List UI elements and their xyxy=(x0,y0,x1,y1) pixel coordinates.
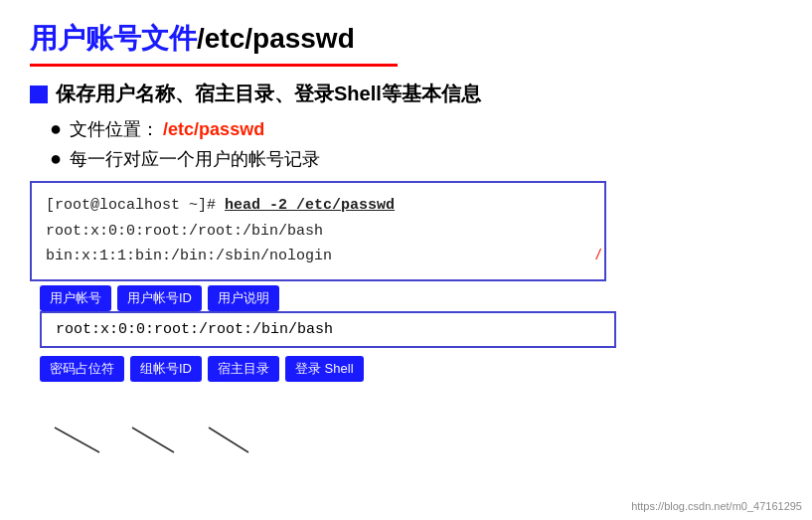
tag-username: 用户帐号 xyxy=(40,285,111,311)
expanded-box: root:x:0:0:root:/root:/bin/bash xyxy=(40,311,616,348)
terminal-prompt-line: [root@localhost ~]# head -2 /etc/passwd xyxy=(46,193,590,219)
tag-homedir: 宿主目录 xyxy=(208,356,279,382)
svg-line-1 xyxy=(132,428,174,452)
title-path: /etc/passwd xyxy=(197,23,355,55)
square-icon xyxy=(30,86,48,103)
tag-groupid: 组帐号ID xyxy=(130,356,202,382)
bullet-dot-2: ● xyxy=(50,147,62,170)
red-mark: / xyxy=(596,247,600,262)
tag-password: 密码占位符 xyxy=(40,356,124,382)
terminal-command: head -2 /etc/passwd xyxy=(225,197,395,214)
tag-shell: 登录 Shell xyxy=(285,356,364,382)
annotation-row-1: 用户帐号 用户帐号ID 用户说明 xyxy=(40,285,782,311)
expanded-content: root:x:0:0:root:/root:/bin/bash xyxy=(56,321,333,338)
title-chinese: 用户账号文件 xyxy=(30,20,197,58)
terminal-line-2: bin:x:1:1:bin:/bin:/sbin/nologin xyxy=(46,244,590,269)
bullet-item-1: ● 文件位置： /etc/passwd xyxy=(50,117,782,141)
slide: 用户账号文件 /etc/passwd 保存用户名称、宿主目录、登录Shell等基… xyxy=(0,0,812,520)
tag-userid: 用户帐号ID xyxy=(117,285,202,311)
tag-user-desc: 用户说明 xyxy=(208,285,279,311)
bullet-list: ● 文件位置： /etc/passwd ● 每一行对应一个用户的帐号记录 xyxy=(50,117,782,171)
terminal-box: [root@localhost ~]# head -2 /etc/passwd … xyxy=(30,181,606,281)
svg-line-0 xyxy=(55,428,99,452)
section-heading: 保存用户名称、宿主目录、登录Shell等基本信息 xyxy=(30,81,782,107)
section-heading-text: 保存用户名称、宿主目录、登录Shell等基本信息 xyxy=(56,81,481,107)
page-title: 用户账号文件 /etc/passwd xyxy=(30,20,782,58)
terminal-line-1: root:x:0:0:root:/root:/bin/bash xyxy=(46,219,590,245)
bullet-value-1: /etc/passwd xyxy=(163,119,264,140)
bullet-label-1: 文件位置： xyxy=(70,117,159,141)
terminal-prompt: [root@localhost ~]# xyxy=(46,197,225,214)
title-underline xyxy=(30,64,398,67)
annotation-row-2: 密码占位符 组帐号ID 宿主目录 登录 Shell xyxy=(40,356,782,382)
bullet-item-2: ● 每一行对应一个用户的帐号记录 xyxy=(50,147,782,171)
bullet-dot-1: ● xyxy=(50,117,62,140)
svg-line-2 xyxy=(209,428,248,452)
watermark: https://blog.csdn.net/m0_47161295 xyxy=(631,500,802,512)
bullet-label-2: 每一行对应一个用户的帐号记录 xyxy=(70,147,320,171)
